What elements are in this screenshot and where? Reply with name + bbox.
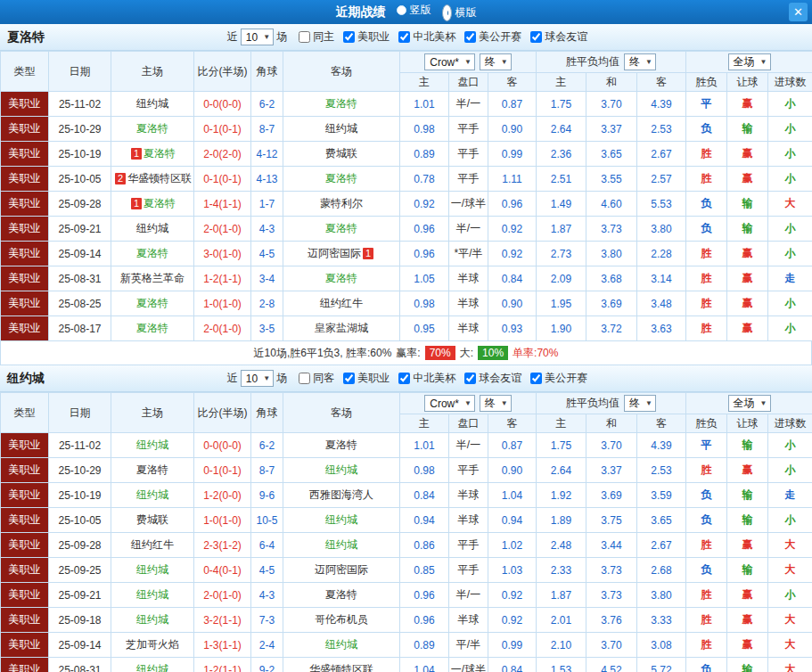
home-team-cell[interactable]: 夏洛特 [111, 242, 194, 266]
away-team-cell[interactable]: 纽约城 [283, 117, 400, 142]
home-team-cell[interactable]: 1夏洛特 [111, 192, 194, 217]
score-cell: 1-2(1-1) [194, 266, 251, 291]
odds-home-cell: 0.89 [400, 142, 449, 167]
home-team-cell[interactable]: 纽约城 [111, 92, 194, 117]
odds-away-cell: 0.99 [488, 633, 537, 658]
odds-company-select[interactable]: Crow*▼ [424, 395, 475, 412]
odds-home-cell: 1.05 [400, 266, 449, 291]
score-cell: 1-0(1-0) [194, 291, 251, 316]
odds-final-select[interactable]: 终▼ [480, 53, 512, 70]
odds-away-cell: 0.90 [488, 291, 537, 316]
away-team-name: 纽约城 [325, 538, 357, 551]
odds-home-cell: 0.98 [400, 117, 449, 142]
close-button[interactable]: ✕ [789, 3, 808, 21]
home-team-cell[interactable]: 芝加哥火焰 [111, 633, 194, 658]
odds-final-select[interactable]: 终▼ [480, 395, 512, 412]
away-team-cell[interactable]: 西雅图海湾人 [283, 483, 400, 508]
filter-checkbox[interactable] [299, 373, 310, 384]
away-team-cell[interactable]: 夏洛特 [283, 167, 400, 192]
avg-away-cell: 3.48 [637, 291, 686, 316]
filter-checkbox[interactable] [398, 373, 410, 384]
match-count-select[interactable]: 10▼ [241, 29, 274, 45]
home-team-cell[interactable]: 纽约城 [111, 608, 194, 633]
score-cell: 0-1(0-1) [194, 117, 251, 142]
away-team-cell[interactable]: 夏洛特 [283, 92, 400, 117]
goals-result-cell: 小 [768, 508, 812, 533]
layout-radio-option-0[interactable]: 竖版 [397, 3, 431, 18]
home-team-cell[interactable]: 夏洛特 [111, 458, 194, 483]
sub-column-header: 和 [586, 414, 637, 433]
match-row: 美职业25-09-14夏洛特3-0(1-0)4-5迈阿密国际10.96*平/半0… [1, 242, 812, 266]
away-team-cell[interactable]: 纽约城 [283, 633, 400, 658]
away-team-cell[interactable]: 纽约城 [283, 508, 400, 533]
handicap-result-cell: 赢 [727, 608, 768, 633]
score-cell: 1-2(1-1) [194, 658, 251, 672]
home-team-cell[interactable]: 纽约城 [111, 483, 194, 508]
filter-checkbox[interactable] [530, 31, 542, 43]
away-team-cell[interactable]: 夏洛特 [283, 583, 400, 608]
home-team-cell[interactable]: 夏洛特 [111, 316, 194, 341]
filter-checkbox[interactable] [398, 31, 410, 43]
avg-home-cell: 2.36 [537, 142, 586, 167]
match-count-select[interactable]: 10▼ [241, 370, 274, 387]
avg-final-select[interactable]: 终▼ [624, 53, 656, 70]
away-team-cell[interactable]: 皇家盐湖城 [283, 316, 400, 341]
home-team-cell[interactable]: 1夏洛特 [111, 142, 194, 167]
away-team-name: 夏洛特 [325, 97, 357, 110]
goals-result-cell: 小 [768, 92, 812, 117]
handicap-line-cell: 半/一 [449, 583, 488, 608]
home-team-cell[interactable]: 纽约城 [111, 433, 194, 458]
filter-checkbox[interactable] [299, 31, 310, 43]
away-team-cell[interactable]: 纽约城 [283, 458, 400, 483]
avg-home-cell: 1.89 [537, 508, 586, 533]
away-team-cell[interactable]: 夏洛特 [283, 217, 400, 242]
away-team-cell[interactable]: 纽约城 [283, 533, 400, 558]
home-team-cell[interactable]: 2华盛顿特区联 [111, 167, 194, 192]
away-team-cell[interactable]: 哥伦布机员 [283, 608, 400, 633]
away-team-cell[interactable]: 夏洛特 [283, 266, 400, 291]
home-team-cell[interactable]: 纽约城 [111, 217, 194, 242]
avg-home-cell: 2.01 [537, 608, 586, 633]
filter-checkbox[interactable] [343, 373, 355, 384]
away-team-cell[interactable]: 夏洛特 [283, 433, 400, 458]
avg-final-select[interactable]: 终▼ [624, 395, 656, 412]
filter-checkbox[interactable] [343, 31, 355, 43]
home-team-cell[interactable]: 夏洛特 [111, 117, 194, 142]
filter-checkbox[interactable] [464, 373, 476, 384]
home-team-cell[interactable]: 纽约城 [111, 583, 194, 608]
fullmatch-select[interactable]: 全场▼ [728, 53, 771, 70]
result-cell: 胜 [686, 142, 727, 167]
home-team-cell[interactable]: 新英格兰革命 [111, 266, 194, 291]
away-team-name: 夏洛特 [325, 272, 357, 284]
away-team-cell[interactable]: 纽约红牛 [283, 291, 400, 316]
away-team-name: 哥伦布机员 [315, 613, 368, 626]
away-team-cell[interactable]: 费城联 [283, 142, 400, 167]
sub-column-header: 客 [488, 414, 537, 433]
column-header: 日期 [49, 52, 111, 92]
home-team-cell[interactable]: 费城联 [111, 508, 194, 533]
filter-checkbox[interactable] [464, 31, 476, 43]
score-cell: 2-0(1-0) [194, 316, 251, 341]
layout-radio-option-1[interactable]: 横版 [442, 4, 477, 21]
league-cell: 美职业 [1, 583, 49, 608]
away-team-name: 迈阿密国际 [315, 563, 368, 576]
home-team-cell[interactable]: 纽约红牛 [111, 533, 194, 558]
home-team-cell[interactable]: 纽约城 [111, 558, 194, 583]
fullmatch-select[interactable]: 全场▼ [728, 395, 771, 412]
away-team-cell[interactable]: 迈阿密国际 [283, 558, 400, 583]
home-team-cell[interactable]: 纽约城 [111, 658, 194, 672]
away-team-cell[interactable]: 华盛顿特区联 [283, 658, 400, 672]
filter-checkbox[interactable] [530, 373, 542, 384]
home-team-cell[interactable]: 夏洛特 [111, 291, 194, 316]
match-row: 美职业25-09-14芝加哥火焰1-3(1-1)2-4纽约城0.89平/半0.9… [1, 633, 812, 658]
handicap-line-cell: 平手 [449, 167, 488, 192]
away-team-cell[interactable]: 蒙特利尔 [283, 192, 400, 217]
league-cell: 美职业 [1, 658, 49, 672]
odds-away-cell: 0.99 [488, 142, 537, 167]
odds-company-select[interactable]: Crow*▼ [424, 53, 475, 70]
avg-draw-cell: 3.69 [586, 483, 637, 508]
goals-result-cell: 小 [768, 433, 812, 458]
away-team-cell[interactable]: 迈阿密国际1 [283, 242, 400, 266]
sub-column-header: 胜负 [686, 73, 727, 92]
away-team-name: 皇家盐湖城 [315, 322, 368, 334]
